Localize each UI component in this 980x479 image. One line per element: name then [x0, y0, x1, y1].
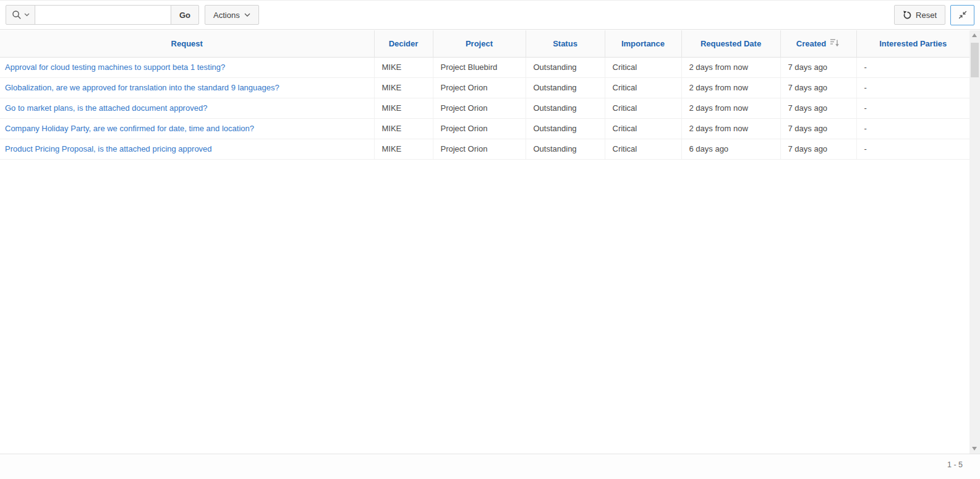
cell-project: Project Bluebird [433, 57, 526, 77]
cell-status: Outstanding [526, 77, 605, 98]
cell-decider: MIKE [374, 139, 433, 159]
collapse-region-icon [958, 10, 968, 20]
report-table: Request Decider Project Status Importanc… [0, 30, 969, 160]
cell-requested-date: 2 days from now [681, 57, 780, 77]
sort-descending-icon [830, 38, 840, 47]
cell-decider: MIKE [374, 118, 433, 139]
cell-requested-date: 2 days from now [681, 77, 780, 98]
table-row: Globalization, are we approved for trans… [0, 77, 969, 98]
cell-status: Outstanding [526, 139, 605, 159]
request-link[interactable]: Company Holiday Party, are we confirmed … [5, 124, 254, 133]
vertical-scrollbar[interactable] [969, 30, 980, 454]
request-link[interactable]: Product Pricing Proposal, is the attache… [5, 144, 212, 153]
cell-importance: Critical [605, 118, 681, 139]
interactive-report: Request Decider Project Status Importanc… [0, 30, 969, 160]
search-input[interactable] [35, 5, 171, 25]
cell-created: 7 days ago [780, 118, 856, 139]
chevron-down-icon [24, 13, 30, 17]
cell-project: Project Orion [433, 98, 526, 118]
request-link[interactable]: Go to market plans, is the attached docu… [5, 103, 207, 113]
reset-button[interactable]: Reset [894, 5, 945, 25]
pagination-range: 1 - 5 [947, 460, 963, 469]
cell-status: Outstanding [526, 98, 605, 118]
cell-requested-date: 2 days from now [681, 118, 780, 139]
request-link[interactable]: Approval for cloud testing machines to s… [5, 63, 225, 72]
column-header-importance[interactable]: Importance [605, 30, 681, 57]
header-row: Request Decider Project Status Importanc… [0, 30, 969, 57]
column-header-created[interactable]: Created [780, 30, 856, 57]
table-row: Approval for cloud testing machines to s… [0, 57, 969, 77]
cell-decider: MIKE [374, 98, 433, 118]
search-bar: Go [6, 5, 199, 25]
cell-interested-parties: - [856, 57, 969, 77]
cell-requested-date: 6 days ago [681, 139, 780, 159]
cell-created: 7 days ago [780, 98, 856, 118]
reset-button-label: Reset [916, 11, 937, 20]
cell-created: 7 days ago [780, 57, 856, 77]
cell-request: Go to market plans, is the attached docu… [0, 98, 374, 118]
report-toolbar: Go Actions Reset [0, 0, 980, 30]
actions-button-label: Actions [213, 11, 240, 20]
cell-created: 7 days ago [780, 77, 856, 98]
column-header-project[interactable]: Project [433, 30, 526, 57]
cell-project: Project Orion [433, 139, 526, 159]
report-footer: 1 - 5 [0, 454, 980, 479]
cell-importance: Critical [605, 77, 681, 98]
request-link[interactable]: Globalization, are we approved for trans… [5, 83, 279, 92]
cell-decider: MIKE [374, 57, 433, 77]
table-row: Go to market plans, is the attached docu… [0, 98, 969, 118]
cell-request: Company Holiday Party, are we confirmed … [0, 118, 374, 139]
actions-button[interactable]: Actions [205, 5, 259, 25]
scroll-up-icon[interactable] [972, 33, 977, 37]
cell-status: Outstanding [526, 118, 605, 139]
column-header-requested-date[interactable]: Requested Date [681, 30, 780, 57]
search-icon [12, 10, 22, 20]
scroll-down-icon[interactable] [972, 447, 977, 451]
cell-created: 7 days ago [780, 139, 856, 159]
cell-importance: Critical [605, 139, 681, 159]
search-options-button[interactable] [6, 5, 35, 25]
table-row: Company Holiday Party, are we confirmed … [0, 118, 969, 139]
cell-project: Project Orion [433, 77, 526, 98]
scrollbar-thumb[interactable] [971, 43, 979, 77]
column-header-request[interactable]: Request [0, 30, 374, 57]
cell-request: Product Pricing Proposal, is the attache… [0, 139, 374, 159]
chevron-down-icon [244, 13, 250, 17]
cell-interested-parties: - [856, 77, 969, 98]
cell-importance: Critical [605, 57, 681, 77]
table-row: Product Pricing Proposal, is the attache… [0, 139, 969, 159]
cell-project: Project Orion [433, 118, 526, 139]
cell-status: Outstanding [526, 57, 605, 77]
column-header-interested-parties[interactable]: Interested Parties [856, 30, 969, 57]
column-header-status[interactable]: Status [526, 30, 605, 57]
cell-request: Globalization, are we approved for trans… [0, 77, 374, 98]
cell-interested-parties: - [856, 98, 969, 118]
go-button[interactable]: Go [171, 5, 199, 25]
cell-requested-date: 2 days from now [681, 98, 780, 118]
cell-decider: MIKE [374, 77, 433, 98]
cell-interested-parties: - [856, 118, 969, 139]
column-header-decider[interactable]: Decider [374, 30, 433, 57]
collapse-region-button[interactable] [950, 5, 974, 25]
cell-importance: Critical [605, 98, 681, 118]
cell-request: Approval for cloud testing machines to s… [0, 57, 374, 77]
reset-icon [903, 11, 912, 20]
cell-interested-parties: - [856, 139, 969, 159]
